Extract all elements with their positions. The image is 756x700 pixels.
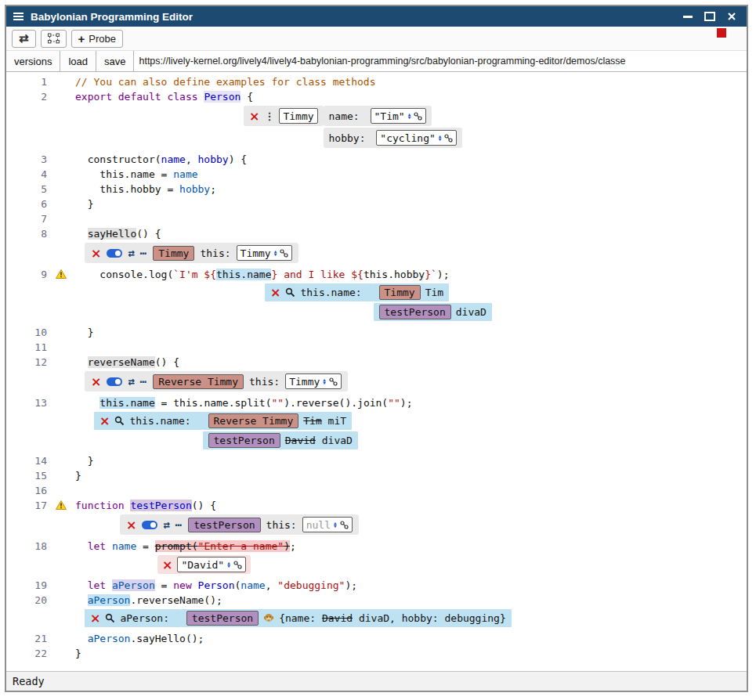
- stepper-icon[interactable]: ▲▼: [323, 378, 326, 385]
- code-token: .reverseName();: [130, 594, 222, 606]
- delete-icon[interactable]: ×: [90, 613, 100, 623]
- code-editor[interactable]: 1// You can also define examples for cla…: [6, 72, 747, 671]
- versions-button[interactable]: versions: [6, 51, 60, 71]
- code-token: "debugging": [277, 579, 345, 591]
- delete-icon[interactable]: ×: [270, 287, 280, 298]
- line-gutter: 12: [6, 355, 55, 370]
- delete-icon[interactable]: ×: [126, 520, 136, 530]
- link-icon[interactable]: [340, 521, 349, 529]
- editor-line: 15}: [6, 468, 747, 483]
- code-token: hobby: [179, 183, 210, 195]
- this-select[interactable]: Timmy▲▼: [285, 373, 342, 389]
- code-token: ,: [186, 153, 198, 165]
- link-icon[interactable]: [233, 561, 242, 569]
- line-gutter: 15: [6, 468, 55, 483]
- link-icon[interactable]: [444, 134, 453, 143]
- line-gutter: 22: [6, 646, 55, 661]
- menu-icon[interactable]: [13, 13, 24, 20]
- link-icon[interactable]: [329, 377, 338, 386]
- more-icon[interactable]: ⋯: [175, 518, 183, 532]
- line-gutter: 6: [6, 197, 55, 211]
- widget-row: ×"David"▲▼: [55, 554, 251, 578]
- save-button[interactable]: save: [96, 51, 134, 71]
- toggle-switch[interactable]: [107, 377, 122, 386]
- code-token: `I'm ${: [173, 269, 216, 280]
- code-line: aPerson.reverseName();: [55, 593, 222, 608]
- probe-value: testPersonDavid divaD: [203, 431, 358, 449]
- code-line: }: [55, 646, 81, 661]
- example-badge[interactable]: Reverse Timmy: [208, 413, 299, 428]
- status-bar: Ready: [6, 671, 747, 691]
- example-badge[interactable]: Reverse Timmy: [153, 374, 244, 389]
- code-token: }: [75, 470, 81, 482]
- swap-icon[interactable]: ⇄: [128, 374, 134, 389]
- widget-row: ×⇄⋯Reverse Timmythis:Timmy▲▼: [55, 370, 348, 395]
- more-icon[interactable]: ⋯: [140, 246, 147, 261]
- url-input[interactable]: [134, 51, 747, 71]
- editor-line: 13 this.name = this.name.split("").rever…: [6, 395, 747, 410]
- delete-icon[interactable]: ×: [91, 377, 101, 387]
- code-token: =: [155, 579, 173, 591]
- example-badge[interactable]: testPerson: [379, 305, 451, 319]
- editor-line: ×this.name: TimmyTimtestPersondivaD: [6, 282, 747, 325]
- widget-row: ×⋮Timmyname: "Tim"▲▼hobby: "cycling"▲▼: [55, 104, 462, 152]
- example-badge[interactable]: Timmy: [379, 285, 421, 300]
- delete-icon[interactable]: ×: [162, 560, 172, 570]
- widget: ×aPerson: testPerson{name: David divaD, …: [85, 609, 512, 627]
- editor-line: 3 constructor(name, hobby) {: [6, 152, 747, 167]
- stepper-icon[interactable]: ▲▼: [439, 135, 442, 142]
- field-value-box[interactable]: "cycling"▲▼: [376, 130, 457, 146]
- toggle-switch[interactable]: [107, 249, 122, 258]
- maximize-button[interactable]: [704, 12, 715, 21]
- example-name-input[interactable]: Timmy: [279, 108, 317, 124]
- this-select[interactable]: Timmy▲▼: [237, 245, 293, 261]
- code-token: this.name =: [75, 168, 173, 180]
- delete-icon[interactable]: ×: [91, 248, 101, 258]
- probe-value-text: Tim miT: [303, 413, 346, 428]
- widget: ×"David"▲▼: [157, 555, 251, 574]
- load-button[interactable]: load: [60, 51, 96, 71]
- code-token: [112, 91, 118, 103]
- stepper-icon[interactable]: ▲▼: [334, 521, 337, 529]
- close-button[interactable]: [727, 12, 736, 21]
- code-token: [106, 579, 112, 591]
- title-bar[interactable]: Babylonian Programming Editor: [6, 6, 747, 27]
- line-gutter: 10: [6, 325, 55, 340]
- probe-value-text: Tim: [425, 285, 443, 300]
- code-token: aPerson: [112, 579, 155, 591]
- drag-handle-icon[interactable]: ⋮: [264, 109, 274, 124]
- link-icon[interactable]: [414, 112, 422, 121]
- example-badge[interactable]: testPerson: [188, 518, 260, 532]
- code-token: ).reverse().join(: [284, 397, 388, 409]
- stepper-icon[interactable]: ▲▼: [408, 113, 411, 120]
- stepper-icon[interactable]: ▲▼: [274, 250, 277, 257]
- example-badge[interactable]: testPerson: [186, 611, 259, 626]
- code-token: class: [167, 91, 197, 103]
- more-icon[interactable]: ⋯: [140, 374, 147, 389]
- code-token: () {: [192, 500, 216, 511]
- code-token: divaD: [316, 435, 353, 446]
- this-select[interactable]: null▲▼: [302, 517, 353, 532]
- editor-line: 6 }: [6, 197, 747, 211]
- widget-row: ×this.name: Reverse TimmyTim miTtestPers…: [55, 410, 358, 453]
- example-badge[interactable]: testPerson: [208, 433, 280, 448]
- replacement-value-box[interactable]: "David"▲▼: [177, 557, 245, 572]
- delete-icon[interactable]: ×: [249, 111, 259, 121]
- delete-icon[interactable]: ×: [99, 416, 110, 426]
- add-probe-button[interactable]: +Probe: [71, 30, 123, 48]
- stepper-icon[interactable]: ▲▼: [227, 561, 230, 568]
- example-controls: ×⋮Timmy: [244, 106, 324, 126]
- swap-icon[interactable]: ⇄: [163, 518, 169, 532]
- code-token: ) {: [229, 153, 247, 165]
- code-token: );: [400, 397, 413, 409]
- link-icon[interactable]: [280, 249, 288, 258]
- widget: ×⇄⋯testPersonthis:null▲▼: [120, 514, 359, 535]
- minimize-button[interactable]: [683, 16, 693, 18]
- field-value-box[interactable]: "Tim"▲▼: [371, 108, 427, 124]
- example-badge[interactable]: Timmy: [153, 246, 194, 261]
- swap-icon[interactable]: ⇄: [128, 246, 134, 261]
- toggle-switch[interactable]: [142, 521, 157, 529]
- swap-probes-button[interactable]: ⇄: [12, 30, 36, 48]
- select-frame-button[interactable]: [41, 30, 67, 48]
- code-token: testPerson: [130, 500, 191, 511]
